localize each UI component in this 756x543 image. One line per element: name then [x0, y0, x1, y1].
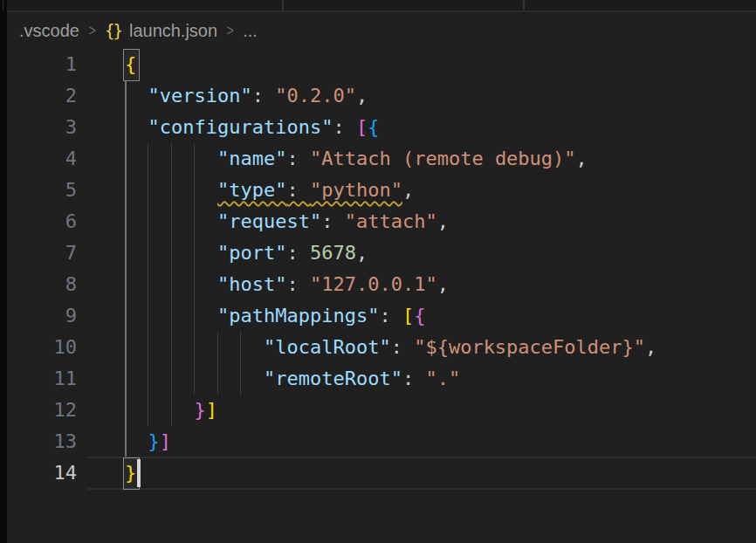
tab-separator [523, 0, 525, 10]
code-token: "configurations" [148, 116, 333, 138]
code-line-4[interactable]: "name": "Attach (remote debug)", [125, 143, 588, 175]
code-token: "host" [217, 273, 286, 295]
indent-whitespace [125, 368, 264, 389]
current-line-highlight-bottom [87, 488, 756, 490]
code-token: , [356, 242, 368, 264]
line-number[interactable]: 11 [7, 363, 77, 395]
code-token: "port" [217, 242, 286, 264]
code-token: , [645, 336, 656, 358]
code-line-7[interactable]: "port": 5678, [125, 237, 368, 269]
code-line-6[interactable]: "request": "attach", [125, 206, 449, 237]
text-cursor [137, 459, 141, 487]
line-number[interactable]: 8 [7, 269, 77, 300]
code-token: } [194, 399, 205, 421]
editor-tab-bar [7, 0, 756, 12]
vscode-window: .vscode > {} launch.json > ... 1{2 "vers… [0, 0, 756, 543]
code-token: : [379, 305, 402, 326]
code-token: "${workspaceFolder}" [414, 336, 645, 358]
line-number[interactable]: 9 [7, 300, 77, 332]
code-token: : [286, 242, 310, 264]
line-number[interactable]: 12 [7, 395, 77, 426]
code-editor[interactable]: 1{2 "version": "0.2.0",3 "configurations… [7, 12, 756, 543]
line-number[interactable]: 6 [7, 206, 77, 237]
code-token: [ [402, 305, 414, 326]
line-number[interactable]: 5 [7, 175, 77, 206]
code-line-1[interactable]: { [125, 49, 136, 80]
code-token: : [286, 148, 310, 169]
code-line-9[interactable]: "pathMappings": [{ [125, 300, 425, 332]
chevron-right-icon: > [88, 21, 95, 40]
code-line-8[interactable]: "host": "127.0.0.1", [125, 269, 449, 300]
code-token: "type" [217, 179, 286, 201]
code-token: ] [206, 399, 217, 421]
code-token: : [391, 336, 415, 358]
code-line-11[interactable]: "remoteRoot": "." [125, 363, 460, 395]
indent-whitespace [125, 305, 217, 326]
code-token: : [286, 179, 310, 201]
tab-separator [282, 0, 284, 10]
code-token: "127.0.0.1" [310, 273, 437, 295]
code-line-2[interactable]: "version": "0.2.0", [125, 80, 368, 112]
code-line-5[interactable]: "type": "python", [125, 175, 414, 206]
code-line-12[interactable]: }] [125, 395, 217, 426]
code-token: "name" [217, 148, 286, 169]
indent-whitespace [125, 210, 217, 232]
line-number[interactable]: 13 [7, 426, 77, 457]
chevron-right-icon: > [227, 21, 234, 40]
line-number[interactable]: 7 [7, 237, 77, 269]
code-token: { [368, 116, 379, 138]
window-left-edge [0, 0, 7, 543]
code-token: } [148, 430, 160, 452]
line-number[interactable]: 4 [7, 143, 77, 175]
line-number[interactable]: 3 [7, 112, 77, 143]
code-token: "0.2.0" [275, 85, 356, 107]
code-token: "remoteRoot" [264, 368, 402, 389]
indent-whitespace [125, 85, 148, 107]
code-token: , [437, 210, 449, 232]
code-token: "Attach (remote debug)" [310, 148, 576, 169]
code-token: ] [160, 430, 171, 452]
breadcrumb-symbol[interactable]: ... [243, 21, 258, 41]
code-token: "request" [217, 210, 321, 232]
line-number[interactable]: 14 [7, 457, 77, 489]
code-token: { [414, 305, 425, 326]
line-number[interactable]: 2 [7, 80, 77, 112]
indent-whitespace [125, 148, 217, 169]
code-token: : [286, 273, 310, 295]
indent-whitespace [125, 399, 194, 421]
code-token: : [333, 116, 356, 138]
code-token: { [125, 53, 136, 75]
code-line-3[interactable]: "configurations": [{ [125, 112, 379, 143]
code-token: , [356, 85, 368, 107]
indent-whitespace [125, 242, 217, 264]
code-token: [ [356, 116, 368, 138]
code-token: : [252, 85, 276, 107]
code-token: , [576, 148, 588, 169]
code-token: "localRoot" [264, 336, 391, 358]
code-token: } [125, 462, 136, 484]
indent-whitespace [125, 336, 264, 358]
line-number[interactable]: 1 [7, 49, 77, 80]
code-line-10[interactable]: "localRoot": "${workspaceFolder}", [125, 332, 656, 363]
code-token: : [321, 210, 345, 232]
code-token: 5678 [310, 242, 356, 264]
code-line-14[interactable]: } [125, 457, 136, 489]
indent-whitespace [125, 116, 148, 138]
breadcrumb-folder[interactable]: .vscode [19, 21, 79, 41]
code-token: : [402, 368, 426, 389]
code-line-13[interactable]: }] [125, 426, 171, 457]
indent-whitespace [125, 430, 148, 452]
code-token: "version" [148, 85, 252, 107]
code-token: , [402, 179, 414, 201]
window-left-edge-separator [3, 0, 3, 10]
code-token: "." [425, 368, 460, 389]
breadcrumb: .vscode > {} launch.json > ... [19, 18, 258, 43]
current-line-highlight-top [87, 457, 756, 458]
code-token: , [437, 273, 449, 295]
code-token: "python" [310, 179, 402, 201]
indent-whitespace [125, 273, 217, 295]
code-token: "pathMappings" [217, 305, 379, 326]
line-number[interactable]: 10 [7, 332, 77, 363]
json-braces-icon: {} [105, 21, 121, 40]
breadcrumb-file[interactable]: launch.json [129, 21, 217, 41]
